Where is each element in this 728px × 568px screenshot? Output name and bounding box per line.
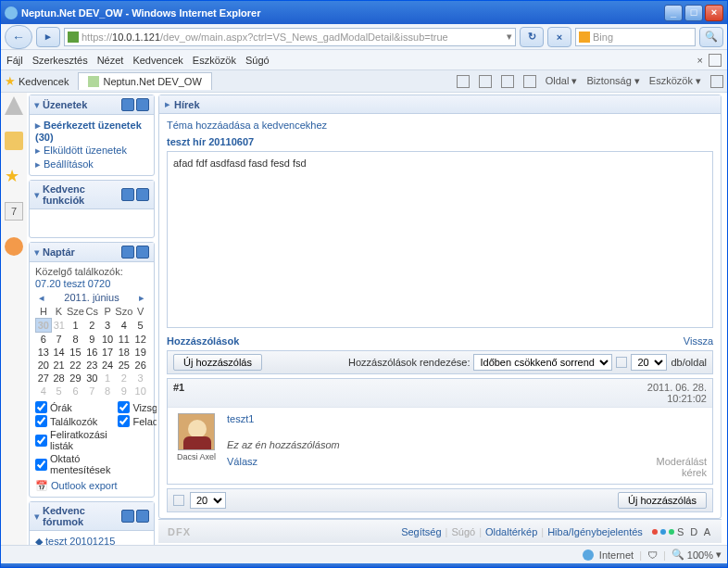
perpage-select-bottom[interactable]: 20: [190, 492, 226, 509]
news-title: teszt hír 20110607: [167, 136, 713, 147]
add-favorite-link[interactable]: Téma hozzáadása a kedvencekhez: [167, 120, 713, 131]
rail-mail-icon[interactable]: [5, 132, 23, 150]
menu-view[interactable]: Nézet: [97, 55, 124, 66]
menu-file[interactable]: Fájl: [6, 55, 23, 66]
reply-link[interactable]: Válasz: [227, 456, 257, 478]
moderate-link[interactable]: Moderálástkérek: [657, 456, 707, 478]
new-comment-button-bottom[interactable]: Új hozzászólás: [618, 492, 707, 509]
footer-brand: DFX: [168, 526, 205, 537]
refresh-icon[interactable]: [121, 98, 134, 111]
nav-forward-button[interactable]: ▸: [36, 27, 60, 47]
chk-orak[interactable]: Órák: [35, 400, 110, 414]
chk-feladatok[interactable]: Feladatok: [118, 414, 157, 428]
protected-mode-icon[interactable]: 🛡: [647, 549, 658, 561]
chk-feliratkozas[interactable]: Feliratkozási listák: [35, 428, 110, 452]
url-field[interactable]: https://10.0.1.121/dev_ow/main.aspx?ctrl…: [64, 28, 516, 46]
refresh-icon[interactable]: [121, 510, 134, 523]
rail-a-icon[interactable]: [5, 96, 23, 115]
chk-talalkozok[interactable]: Találkozók: [35, 414, 110, 428]
perpage-select[interactable]: 20: [631, 354, 667, 371]
sent-link[interactable]: ▸Elküldött üzenetek: [35, 144, 148, 158]
upcoming-event-link[interactable]: 07.20 teszt 0720: [35, 277, 148, 290]
rail-chat-icon[interactable]: [5, 237, 23, 256]
star-icon: ★: [5, 74, 16, 88]
toolbar-icon[interactable]: [709, 54, 722, 67]
tools-dropdown[interactable]: Eszközök ▾: [649, 75, 701, 87]
perpage-label: db/oldal: [671, 357, 707, 368]
page-first-icon[interactable]: [616, 357, 627, 368]
page-first-icon[interactable]: [173, 495, 184, 506]
home-icon[interactable]: [457, 75, 470, 88]
page-dropdown[interactable]: Oldal ▾: [546, 75, 578, 87]
close-panel-icon[interactable]: [136, 188, 149, 201]
cal-prev-icon[interactable]: ◂: [39, 292, 44, 304]
rail-star-icon[interactable]: ★: [5, 167, 23, 185]
window-title: Neptun.Net DEV_OW - Windows Internet Exp…: [21, 7, 662, 19]
comment-toolbar-top: Új hozzászólás Hozzászólások rendezése: …: [167, 350, 713, 374]
calendar-header[interactable]: ▾Naptár: [30, 243, 154, 262]
comments-heading: HozzászólásokVissza: [167, 335, 713, 347]
refresh-button[interactable]: ↻: [520, 27, 544, 47]
nav-back-button[interactable]: ←: [5, 25, 32, 49]
minimize-button[interactable]: _: [664, 5, 683, 21]
sort-select[interactable]: Időben csökkenő sorrend: [473, 354, 612, 371]
avatar-image: [178, 413, 215, 450]
menu-help[interactable]: Súgó: [245, 55, 270, 66]
app-icon: [5, 6, 18, 19]
sidebar: ▾Üzenetek ▸Beérkezett üzenetek (30) ▸Elk…: [27, 93, 157, 545]
mail-icon[interactable]: [501, 75, 514, 88]
close-panel-icon[interactable]: [136, 246, 149, 259]
tab-title: Neptun.Net DEV_OW: [103, 76, 201, 87]
inbox-link[interactable]: ▸Beérkezett üzenetek (30): [35, 119, 148, 144]
favorites-button[interactable]: ★Kedvencek: [5, 74, 69, 88]
help-icon[interactable]: [710, 75, 723, 88]
calendar-panel: ▾Naptár Közelgő találkozók: 07.20 teszt …: [29, 242, 155, 498]
news-body: afad fdf asdfasd fasd fesd fsd: [167, 151, 713, 328]
footer-sitemap-link[interactable]: Oldaltérkép: [485, 526, 537, 537]
comment-message: Ez az én hozzászólásom: [227, 439, 707, 450]
refresh-icon[interactable]: [121, 188, 134, 201]
back-link[interactable]: Vissza: [684, 335, 713, 347]
chk-vizsgak[interactable]: Vizsgák: [118, 400, 157, 414]
footer-help-link[interactable]: Segítség: [401, 526, 441, 537]
search-go-button[interactable]: 🔍: [699, 27, 723, 47]
refresh-icon[interactable]: [121, 246, 134, 259]
messages-header[interactable]: ▾Üzenetek: [30, 95, 154, 115]
print-icon[interactable]: [523, 75, 536, 88]
calendar-grid[interactable]: HKSzeCsPSzoV3031123456789101112131415161…: [35, 305, 148, 398]
url-host: 10.0.1.121: [112, 32, 160, 43]
footer-bug-link[interactable]: Hiba/Igénybejelentés: [547, 526, 643, 537]
menu-tools[interactable]: Eszközök: [193, 55, 236, 66]
url-dropdown-icon[interactable]: ▾: [507, 31, 512, 43]
maximize-button[interactable]: □: [684, 5, 703, 21]
msg-settings-link[interactable]: ▸Beállítások: [35, 158, 148, 171]
site-icon: [68, 32, 79, 43]
new-comment-button[interactable]: Új hozzászólás: [173, 354, 262, 371]
search-placeholder: Bing: [593, 32, 613, 43]
fav-functions-header[interactable]: ▾Kedvenc funkciók: [30, 181, 154, 209]
page-footer: DFX Segítség| Súgó| Oldaltérkép| Hiba/Ig…: [158, 519, 722, 543]
search-field[interactable]: Bing: [575, 28, 696, 46]
close-panel-icon[interactable]: [136, 510, 149, 523]
fav-forums-header[interactable]: ▾Kedvenc fórumok: [30, 502, 154, 531]
close-panel-icon[interactable]: [136, 98, 149, 111]
fav-functions-panel: ▾Kedvenc funkciók: [29, 180, 155, 238]
rail-calendar-icon[interactable]: [5, 202, 23, 221]
messages-panel: ▾Üzenetek ▸Beérkezett üzenetek (30) ▸Elk…: [29, 95, 155, 176]
menu-edit[interactable]: Szerkesztés: [32, 55, 88, 66]
browser-tab[interactable]: Neptun.Net DEV_OW: [78, 72, 211, 90]
zone-globe-icon: [583, 549, 594, 561]
close-button[interactable]: ×: [705, 5, 723, 21]
outlook-export-link[interactable]: 📅 Outlook export: [35, 479, 148, 493]
comment-username[interactable]: teszt1: [227, 413, 707, 424]
menu-favorites[interactable]: Kedvencek: [132, 55, 182, 66]
feed-icon[interactable]: [479, 75, 492, 88]
cal-next-icon[interactable]: ▸: [139, 292, 144, 304]
forum-item-link[interactable]: ◆ teszt 20101215 fóruma (3): [35, 535, 148, 545]
chk-oktato[interactable]: Oktató mentesítések: [35, 452, 110, 476]
zoom-control[interactable]: 🔍100%▾: [672, 549, 722, 561]
close-tab-icon[interactable]: ×: [697, 55, 703, 66]
comment-toolbar-bottom: 20 Új hozzászólás: [167, 488, 713, 512]
safety-dropdown[interactable]: Biztonság ▾: [586, 75, 639, 87]
stop-button[interactable]: ×: [547, 27, 571, 47]
